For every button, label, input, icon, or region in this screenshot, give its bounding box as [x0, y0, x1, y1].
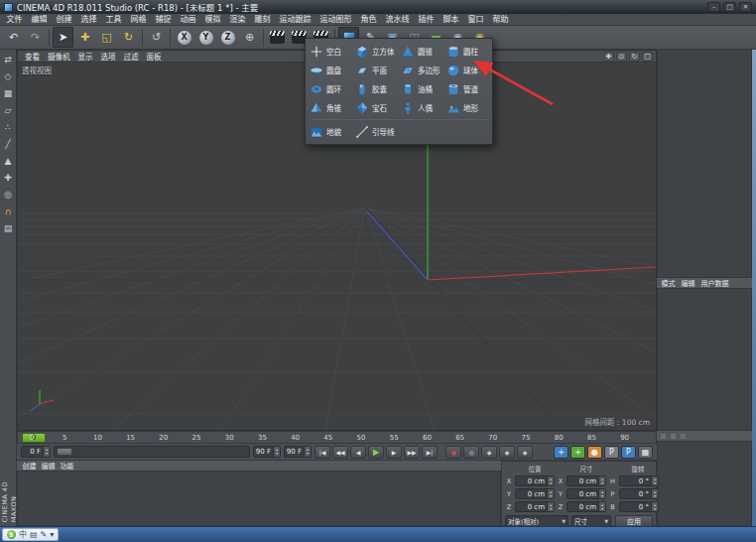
spinner-icon[interactable]: ▴▾ — [598, 476, 605, 485]
viewport-menu-item-3[interactable]: 选项 — [97, 51, 120, 62]
popup-item-cone[interactable]: 圆锥 — [399, 42, 444, 61]
popup-item-sphere[interactable]: 球体 — [444, 61, 490, 79]
handwriting-icon[interactable]: ✎ — [41, 531, 48, 539]
layer-browser-body[interactable] — [657, 442, 752, 526]
menubar-item-8[interactable]: 模拟 — [200, 14, 225, 26]
position-x-field[interactable]: 0 cm▴▾ — [515, 475, 555, 486]
spinner-icon[interactable]: ▴▾ — [547, 476, 554, 485]
ime-options-icon[interactable]: ▾ — [50, 531, 54, 539]
popup-item-plane[interactable]: 平面 — [353, 61, 399, 79]
green-plus-button[interactable]: + — [570, 446, 585, 459]
spinner-icon[interactable]: ▴▾ — [304, 447, 311, 457]
popup-item-relief[interactable]: 地貌 — [308, 122, 353, 141]
menubar-item-7[interactable]: 动画 — [176, 14, 200, 26]
move-button[interactable]: ✚ — [74, 27, 95, 48]
pan-view-button[interactable]: ✚ — [603, 52, 614, 62]
p-white-button[interactable]: P — [604, 446, 619, 459]
popup-item-polygon[interactable]: 多边形 — [399, 61, 444, 79]
menubar-item-13[interactable]: 角色 — [356, 14, 381, 26]
attribute-manager-body[interactable] — [657, 289, 752, 431]
menubar-item-10[interactable]: 雕刻 — [250, 14, 275, 26]
popup-item-null[interactable]: 空白 — [308, 42, 353, 61]
document-end-field[interactable]: 90 F▴▾ — [284, 446, 312, 458]
menubar-item-0[interactable]: 文件 — [2, 14, 27, 26]
menubar-item-15[interactable]: 插件 — [414, 14, 439, 26]
orange-dot-button[interactable]: ● — [587, 446, 602, 459]
size-x-field[interactable]: 0 cm▴▾ — [567, 475, 606, 486]
spinner-icon[interactable]: ▴▾ — [651, 489, 658, 498]
scale-button[interactable]: ◱ — [96, 27, 117, 48]
rotation-z-field[interactable]: 0 °▴▾ — [619, 501, 659, 512]
popup-item-capsule[interactable]: 胶囊 — [353, 79, 399, 98]
spinner-icon[interactable]: ▴▾ — [598, 489, 605, 498]
workplane-mode-button[interactable]: ▱ — [1, 102, 16, 117]
p-blue-button[interactable]: P — [621, 446, 636, 459]
size-y-field[interactable]: 0 cm▴▾ — [567, 488, 606, 499]
rotate-button[interactable]: ↻ — [118, 27, 139, 48]
record-keyframe-button[interactable]: ● — [445, 446, 461, 459]
popup-item-guide[interactable]: 引导线 — [353, 122, 399, 141]
points-mode-button[interactable]: ∴ — [1, 119, 16, 134]
viewport-menu-item-5[interactable]: 面板 — [143, 51, 166, 62]
live-selection-button[interactable]: ➤ — [53, 27, 73, 48]
snap-button[interactable]: ∩ — [1, 203, 16, 218]
menubar-item-18[interactable]: 帮助 — [488, 14, 513, 26]
spinner-icon[interactable]: ▴▾ — [43, 447, 50, 457]
rotate-view-button[interactable]: ↻ — [629, 52, 640, 62]
material-menu-0[interactable]: 创建 — [20, 461, 39, 471]
rotation-y-field[interactable]: 0 °▴▾ — [619, 488, 659, 499]
timeline-slider[interactable] — [54, 446, 250, 458]
attribute-tab-1[interactable]: 编辑 — [679, 278, 697, 288]
polygons-mode-button[interactable]: ▲ — [1, 153, 16, 168]
panel-icon[interactable] — [660, 433, 667, 440]
render-view-button[interactable] — [267, 27, 288, 48]
texture-mode-button[interactable]: ▦ — [1, 85, 16, 100]
popup-item-platonic[interactable]: 宝石 — [353, 98, 399, 117]
slider-handle[interactable] — [57, 448, 72, 456]
viewport-menu-item-1[interactable]: 摄像机 — [44, 51, 74, 62]
popup-item-disc[interactable]: 圆盘 — [308, 61, 353, 79]
z-lock-button[interactable]: Z — [217, 27, 238, 48]
timeline-ruler[interactable]: 0 051015202530354045505560657075808590 — [17, 431, 657, 444]
menubar-item-1[interactable]: 编辑 — [27, 14, 52, 26]
edges-mode-button[interactable]: ╱ — [1, 136, 16, 151]
spinner-icon[interactable]: ▴▾ — [547, 502, 554, 511]
maximize-view-button[interactable]: □ — [642, 52, 653, 62]
rotation-x-field[interactable]: 0 °▴▾ — [619, 475, 659, 486]
attribute-tab-0[interactable]: 模式 — [659, 278, 678, 288]
viewport-menu-item-2[interactable]: 显示 — [74, 51, 97, 62]
input-method-icon[interactable]: S — [7, 530, 16, 539]
menubar-item-9[interactable]: 渲染 — [225, 14, 250, 26]
close-button[interactable]: ✕ — [739, 2, 752, 12]
zoom-view-button[interactable]: ⊙ — [616, 52, 627, 62]
menubar-item-2[interactable]: 创建 — [52, 14, 76, 26]
menubar-item-11[interactable]: 运动跟踪 — [275, 14, 315, 26]
blue-plus-button[interactable]: + — [554, 446, 568, 459]
next-frame-button[interactable]: ▶ — [386, 446, 402, 459]
material-manager-body[interactable] — [17, 472, 501, 526]
range-end-field[interactable]: 90 F▴▾ — [253, 446, 281, 458]
previous-key-button[interactable]: ◀◀ — [332, 446, 348, 459]
rotation-key-toggle[interactable]: ◆ — [517, 446, 533, 459]
menubar-item-17[interactable]: 窗口 — [463, 14, 488, 26]
popup-item-cube[interactable]: 立方体 — [353, 42, 399, 61]
grid-option-button[interactable]: ▦ — [638, 446, 653, 459]
attribute-tab-2[interactable]: 用户数据 — [698, 278, 731, 288]
position-z-field[interactable]: 0 cm▴▾ — [515, 501, 555, 512]
popup-item-torus[interactable]: 圆环 — [308, 79, 353, 98]
spinner-icon[interactable]: ▴▾ — [273, 447, 280, 457]
make-editable-button[interactable]: ⇄ — [1, 52, 16, 67]
menubar-item-6[interactable]: 捕捉 — [151, 14, 176, 26]
goto-start-button[interactable]: |◀ — [315, 446, 330, 459]
panel-icon[interactable] — [670, 433, 677, 440]
material-menu-1[interactable]: 编辑 — [39, 461, 58, 471]
x-lock-button[interactable]: X — [174, 27, 194, 48]
undo-button[interactable]: ↶ — [3, 27, 24, 48]
menubar-item-12[interactable]: 运动图形 — [315, 14, 356, 26]
redo-button[interactable]: ↷ — [25, 27, 46, 48]
current-frame-field[interactable]: 0 F▴▾ — [21, 446, 51, 458]
object-manager-list[interactable] — [657, 37, 752, 278]
previous-frame-button[interactable]: ◀ — [350, 446, 366, 459]
play-button[interactable]: ▶ — [368, 446, 384, 459]
coordinate-system-button[interactable]: ⊕ — [239, 27, 260, 48]
